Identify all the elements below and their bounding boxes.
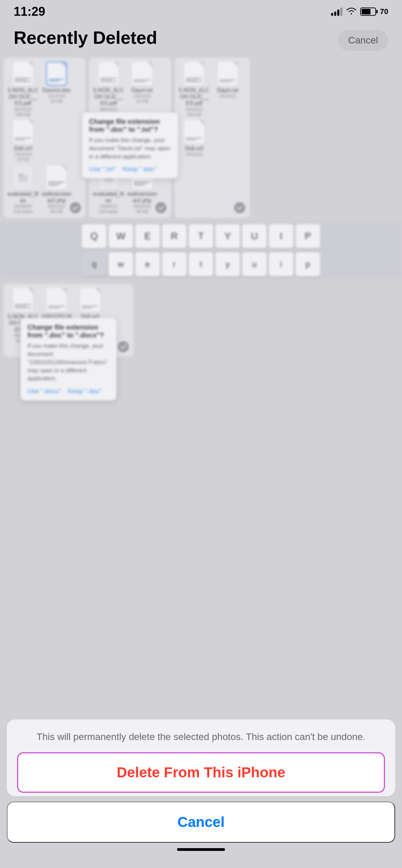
cancel-sheet-button[interactable]: Cancel <box>7 802 395 843</box>
home-indicator <box>177 848 225 851</box>
key-T[interactable]: T <box>189 224 213 248</box>
key-y[interactable]: y <box>215 252 240 276</box>
ext-popup-actions: Use ".txt" Keep ".doc" <box>89 165 171 173</box>
file-item: Davinci.doc 23/12/2310 KB <box>41 62 72 117</box>
file-item: Didi.vcf 23/12/23 <box>179 120 210 157</box>
file-row-1: 5.NON_ALCOH OLIC__ES.pdf 09/10/22320 KB … <box>0 58 402 218</box>
ext-popup-2-title: Change file extension from ".doc" to ".d… <box>27 323 110 339</box>
file-item: evaluated_files 04/06/23318 bytes <box>8 165 38 214</box>
status-time: 11:29 <box>14 4 45 19</box>
key-I[interactable]: I <box>269 224 293 248</box>
key-W[interactable]: W <box>109 224 133 248</box>
key-r[interactable]: r <box>162 252 187 276</box>
keyboard-row-lower: q w e r t y u i p <box>0 250 402 278</box>
key-t[interactable]: t <box>189 252 213 276</box>
key-P[interactable]: P <box>296 224 320 248</box>
use-txt-button[interactable]: Use ".txt" <box>89 165 116 173</box>
file-group-3: 5.NON_ALCOH OLIC__ES.pdf 09/10/22320 KB … <box>175 58 250 218</box>
keyboard-row-upper: Q W E R T Y U I P <box>0 222 402 250</box>
file-grid-area: 5.NON_ALCOH OLIC__ES.pdf 09/10/22320 KB … <box>0 58 402 357</box>
file-item: 5.NON_ALCOH OLIC__ES.pdf 09/10/22320 KB <box>93 62 124 117</box>
signal-icon <box>331 8 342 16</box>
file-item: Dayin.txt 23/12/2310 KB <box>127 62 158 117</box>
key-Q[interactable]: Q <box>82 224 106 248</box>
file-group-4: 5.NON_ALCOH OLIC__ES.pdf 09/10/22320 KB … <box>3 284 134 357</box>
action-sheet: This will permanently delete the selecte… <box>7 719 395 796</box>
group-checkmark-3 <box>233 201 247 215</box>
ext-popup-1: Change file extension from ".doc" to ".t… <box>82 112 178 178</box>
cancel-top-button[interactable]: Cancel <box>338 30 388 51</box>
ext-popup-title: Change file extension from ".doc" to ".t… <box>89 118 171 133</box>
status-icons: 70 <box>331 7 388 16</box>
file-item: 5.NON_ALCOH OLIC__ES.pdf 09/10/22320 KB <box>8 62 38 117</box>
keyboard-area: Q W E R T Y U I P q w e r t y u i p <box>0 222 402 278</box>
action-sheet-message: This will permanently delete the selecte… <box>17 730 385 744</box>
key-R[interactable]: R <box>162 224 187 248</box>
ext-popup-2-desc: If you make this change, your document "… <box>27 342 110 383</box>
wifi-icon <box>347 7 356 16</box>
key-E[interactable]: E <box>135 224 160 248</box>
ext-popup-2-actions: Use ".docx" Keep ".doc" <box>27 387 110 395</box>
key-e[interactable]: e <box>135 252 160 276</box>
key-U[interactable]: U <box>242 224 267 248</box>
key-q[interactable]: q <box>82 252 106 276</box>
delete-button[interactable]: Delete From This iPhone <box>17 752 385 793</box>
group-checkmark-2 <box>154 201 168 215</box>
group-checkmark-4 <box>116 340 130 354</box>
key-w[interactable]: w <box>109 252 133 276</box>
file-item: 5.NON_ALCOH OLIC__ES.pdf 09/10/22320 KB <box>179 62 210 117</box>
page-header: Recently Deleted Cancel <box>0 21 402 58</box>
file-group-1: 5.NON_ALCOH OLIC__ES.pdf 09/10/22320 KB … <box>3 58 86 218</box>
svg-rect-1 <box>18 174 23 176</box>
ext-popup-desc: If you make this change, your document "… <box>89 136 171 161</box>
key-Y[interactable]: Y <box>215 224 240 248</box>
group-checkmark-1 <box>68 201 82 215</box>
bottom-action-area: This will permanently delete the selecte… <box>0 719 402 868</box>
file-item: Dayin.txt 23/10/22 <box>212 62 243 117</box>
file-item: redimensionar2.php 09/10/2236 KB <box>41 165 72 214</box>
status-bar: 11:29 70 <box>0 0 402 21</box>
keep-doc-button[interactable]: Keep ".doc" <box>123 165 156 173</box>
ext-popup-2: Change file extension from ".doc" to ".d… <box>21 318 116 400</box>
use-docx-button[interactable]: Use ".docx" <box>27 387 61 395</box>
key-p[interactable]: p <box>296 252 320 276</box>
key-i[interactable]: i <box>269 252 293 276</box>
key-u[interactable]: u <box>242 252 267 276</box>
page-title: Recently Deleted <box>14 27 157 48</box>
battery-icon: 70 <box>360 7 388 16</box>
file-row-2: 5.NON_ALCOH OLIC__ES.pdf 09/10/22320 KB … <box>0 284 402 357</box>
file-group-2: 5.NON_ALCOH OLIC__ES.pdf 09/10/22320 KB … <box>89 58 171 218</box>
file-item: Didi.vcf 23/12/2310 KB <box>8 120 38 162</box>
keep-doc2-button[interactable]: Keep ".doc" <box>68 387 102 395</box>
